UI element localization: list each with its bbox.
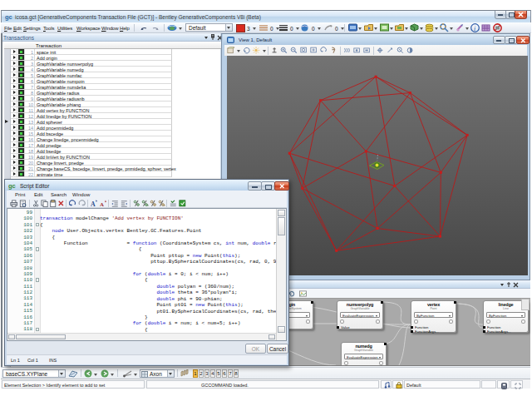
svg-text:gc: gc — [8, 182, 16, 190]
svg-text:i: i — [474, 25, 475, 32]
svg-text:A: A — [91, 201, 96, 208]
svg-text:A: A — [100, 201, 104, 207]
svg-text:gc: gc — [5, 13, 12, 21]
